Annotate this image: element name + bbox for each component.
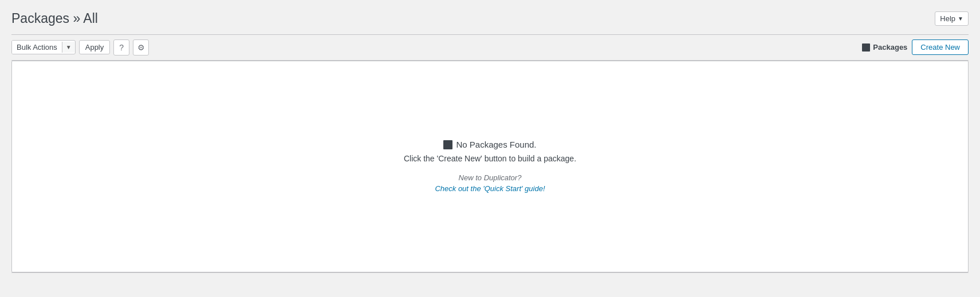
new-to-label: New to Duplicator? (404, 173, 576, 182)
content-area: No Packages Found. Click the 'Create New… (11, 61, 969, 272)
page-title: Packages » All (11, 10, 98, 27)
bulk-actions-dropdown[interactable]: Bulk Actions ▼ (11, 40, 76, 54)
packages-link-label: Packages (873, 43, 907, 52)
empty-state-subtitle: Click the 'Create New' button to build a… (404, 154, 576, 163)
help-icon-button[interactable]: ? (113, 39, 129, 56)
question-icon: ? (119, 43, 124, 52)
help-label: Help (940, 14, 955, 23)
settings-icon-button[interactable]: ⚙ (133, 39, 149, 56)
bulk-actions-label: Bulk Actions (12, 41, 62, 54)
toolbar: Bulk Actions ▼ Apply ? ⚙ Packages Create… (11, 34, 969, 60)
apply-button[interactable]: Apply (79, 40, 111, 54)
packages-icon (862, 43, 870, 52)
page-header: Packages » All Help ▼ (11, 6, 969, 34)
toolbar-right: Packages Create New (862, 39, 969, 55)
empty-state-main: No Packages Found. (404, 140, 576, 149)
settings-icon: ⚙ (137, 43, 145, 52)
help-chevron-icon: ▼ (958, 15, 963, 22)
quick-start-link[interactable]: Check out the 'Quick Start' guide! (435, 184, 545, 193)
create-new-button[interactable]: Create New (912, 39, 969, 55)
empty-packages-icon (443, 140, 452, 149)
packages-link[interactable]: Packages (862, 43, 907, 52)
help-button[interactable]: Help ▼ (935, 11, 969, 26)
toolbar-left: Bulk Actions ▼ Apply ? ⚙ (11, 39, 149, 56)
no-packages-text: No Packages Found. (456, 140, 536, 149)
bottom-separator (11, 272, 969, 273)
empty-state: No Packages Found. Click the 'Create New… (392, 117, 588, 216)
page-wrapper: Packages » All Help ▼ Bulk Actions ▼ App… (0, 0, 980, 297)
bulk-actions-arrow-icon[interactable]: ▼ (62, 42, 75, 53)
